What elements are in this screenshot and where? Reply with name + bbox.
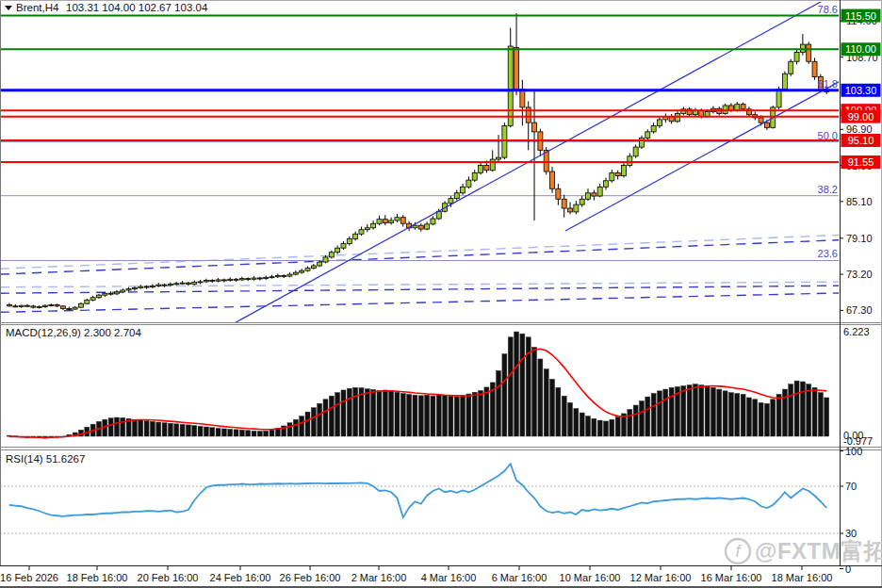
- price-badge: 115.50: [841, 9, 881, 23]
- macd-histogram-bar: [454, 397, 459, 436]
- macd-histogram-bar: [735, 394, 740, 436]
- macd-histogram-bar: [449, 396, 453, 436]
- candle-body: [461, 187, 466, 192]
- candle-body: [329, 253, 334, 257]
- macd-histogram-bar: [234, 430, 238, 436]
- time-tick-label[interactable]: 18 Feb 16:00: [67, 572, 128, 583]
- macd-histogram-bar: [728, 393, 733, 436]
- macd-histogram-bar: [520, 334, 525, 436]
- macd-histogram-bar: [562, 396, 566, 436]
- candle-body: [466, 180, 471, 187]
- candle-body: [508, 46, 513, 125]
- candle-body: [741, 105, 745, 109]
- macd-histogram-bar: [311, 408, 316, 436]
- candle-body: [807, 44, 811, 61]
- time-tick-label[interactable]: 18 Mar 16:00: [772, 572, 833, 583]
- price-badge-label: 91.55: [848, 156, 874, 168]
- macd-histogram-bar: [514, 332, 519, 436]
- symbol-label[interactable]: Brent,H4: [16, 2, 59, 13]
- macd-histogram-bar: [353, 387, 358, 436]
- macd-histogram-bar: [305, 412, 310, 436]
- candle-body: [221, 280, 226, 281]
- macd-histogram-bar: [710, 387, 715, 436]
- macd-histogram-bar: [264, 431, 269, 436]
- candle-body: [37, 306, 41, 307]
- candle-body: [359, 230, 364, 235]
- rsi-tick-label: 70: [845, 481, 857, 492]
- time-tick-label[interactable]: 4 Mar 16:00: [421, 572, 477, 583]
- candle-body: [502, 125, 507, 157]
- candle-body: [275, 275, 280, 276]
- macd-histogram-bar: [818, 393, 823, 436]
- macd-histogram-bar: [746, 398, 751, 436]
- candle-body: [180, 283, 185, 284]
- candle-body: [67, 308, 72, 309]
- macd-histogram-bar: [198, 426, 203, 436]
- macd-histogram-bar: [210, 428, 215, 436]
- candle-body: [580, 199, 584, 204]
- macd-histogram-bar: [568, 402, 573, 436]
- candle-body: [156, 285, 161, 286]
- time-tick-label[interactable]: 24 Feb 16:00: [210, 572, 271, 583]
- time-tick-label[interactable]: 20 Feb 16:00: [138, 572, 199, 583]
- candle-body: [19, 305, 24, 306]
- time-tick-label[interactable]: 10 Mar 16:00: [560, 572, 621, 583]
- chart-canvas[interactable]: 78.661.850.038.223.6 114.60108.7096.9091…: [0, 0, 882, 588]
- candle-body: [592, 193, 596, 196]
- candle-body: [162, 285, 167, 286]
- macd-histogram-bar: [472, 392, 477, 436]
- macd-histogram-bar: [628, 409, 632, 436]
- time-tick-label[interactable]: 6 Mar 16:00: [492, 572, 547, 583]
- price-tick-label: 79.10: [846, 233, 873, 244]
- macd-histogram-bar: [132, 419, 137, 436]
- time-tick-label[interactable]: 16 Mar 16:00: [701, 572, 762, 583]
- candle-body: [49, 305, 54, 306]
- chart-window: 78.661.850.038.223.6 114.60108.7096.9091…: [0, 0, 882, 588]
- candle-body: [377, 220, 382, 224]
- macd-histogram-bar: [556, 387, 561, 436]
- macd-histogram-bar: [753, 400, 758, 436]
- ohlc-readout: 103.31 104.00 102.67 103.04: [66, 2, 208, 13]
- candle-body: [24, 305, 29, 306]
- macd-histogram-bar: [759, 402, 763, 436]
- candle-body: [257, 278, 262, 279]
- macd-histogram-bar: [580, 413, 584, 436]
- time-tick-label[interactable]: 12 Mar 16:00: [630, 572, 692, 583]
- macd-histogram-bar: [114, 417, 119, 436]
- macd-histogram-bar: [341, 390, 346, 436]
- macd-histogram-bar: [633, 405, 638, 436]
- candle-body: [335, 248, 340, 253]
- macd-histogram-bar: [318, 403, 322, 436]
- macd-histogram-bar: [395, 392, 400, 436]
- fib-level-label: 50.0: [818, 130, 838, 141]
- macd-histogram-bar: [257, 432, 262, 436]
- candle-body: [323, 257, 328, 262]
- candle-body: [234, 279, 238, 280]
- candle-body: [389, 220, 394, 223]
- candle-body: [562, 199, 566, 208]
- candle-body: [365, 228, 369, 230]
- candle-body: [139, 286, 143, 287]
- time-tick-label[interactable]: 26 Feb 16:00: [280, 572, 341, 583]
- macd-histogram-bar: [365, 389, 369, 436]
- macd-histogram-bar: [204, 427, 208, 436]
- macd-histogram-bar: [221, 429, 226, 436]
- candle-body: [418, 225, 423, 229]
- macd-histogram-bar: [162, 423, 167, 436]
- candle-body: [174, 284, 179, 285]
- macd-histogram-bar: [239, 430, 244, 436]
- macd-histogram-bar: [216, 428, 220, 436]
- candle-body: [657, 120, 662, 125]
- candle-body: [252, 278, 256, 279]
- candle-body: [639, 138, 644, 147]
- macd-histogram-bar: [192, 426, 197, 436]
- price-tick-label: 96.90: [846, 123, 873, 135]
- price-badge-label: 115.50: [845, 10, 876, 22]
- candle-body: [246, 279, 251, 280]
- candle-body: [144, 286, 149, 287]
- time-tick-label[interactable]: 2 Mar 16:00: [351, 572, 407, 583]
- time-tick-label[interactable]: 16 Feb 2026: [0, 572, 58, 583]
- candle-body: [490, 159, 495, 171]
- macd-histogram-bar: [615, 416, 620, 436]
- fib-level-label: 61.8: [818, 78, 838, 90]
